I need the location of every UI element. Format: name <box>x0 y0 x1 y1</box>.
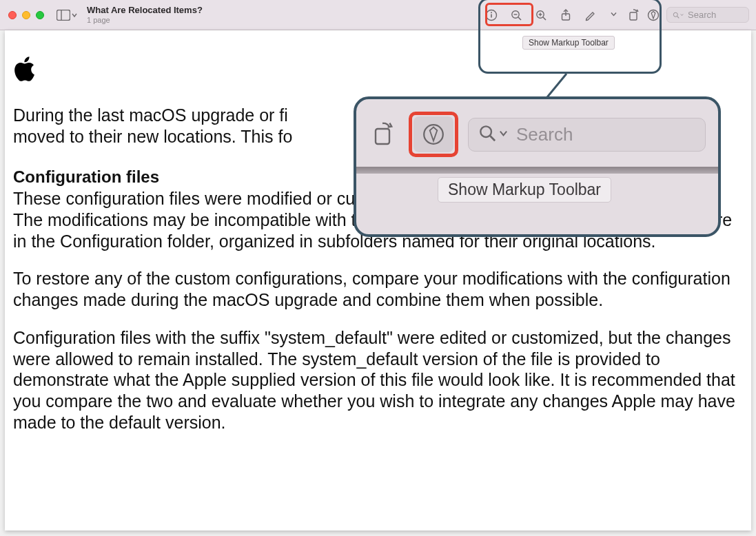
toolbar-shadow <box>356 167 718 174</box>
search-field[interactable] <box>666 7 749 23</box>
svg-line-17 <box>677 16 680 18</box>
search-input-zoom[interactable] <box>516 124 695 145</box>
chevron-down-icon[interactable] <box>609 11 618 19</box>
svg-line-6 <box>518 17 521 20</box>
markup-icon-zoom[interactable] <box>413 116 453 152</box>
svg-point-21 <box>480 126 491 137</box>
svg-line-9 <box>543 17 546 20</box>
window-minimize-button[interactable] <box>22 11 30 19</box>
chevron-down-icon-zoom <box>499 128 508 141</box>
chevron-down-icon <box>680 12 684 17</box>
svg-point-16 <box>673 12 677 17</box>
markup-tooltip-small: Show Markup Toolbar <box>522 36 615 50</box>
svg-rect-0 <box>57 10 70 20</box>
share-icon[interactable] <box>560 9 572 21</box>
annotation-highlight-zoom <box>409 112 458 157</box>
svg-line-22 <box>490 136 495 141</box>
svg-rect-14 <box>630 12 637 20</box>
highlight-icon[interactable] <box>584 9 597 21</box>
search-input[interactable] <box>688 10 743 20</box>
zoom-in-icon[interactable] <box>535 9 547 21</box>
apple-logo-icon <box>13 55 743 85</box>
search-icon <box>673 10 680 20</box>
window-toolbar: What Are Relocated Items? 1 page <box>0 0 756 30</box>
annotation-callout-zoom: Show Markup Toolbar <box>354 96 721 237</box>
sidebar-toggle-button[interactable] <box>57 10 77 21</box>
config-paragraph-3: Configuration files with the suffix "sys… <box>13 327 743 433</box>
toolbar-center-tools <box>485 9 618 21</box>
info-icon[interactable] <box>485 9 498 21</box>
document-title: What Are Relocated Items? <box>87 6 203 15</box>
document-title-block: What Are Relocated Items? 1 page <box>87 6 203 23</box>
window-zoom-button[interactable] <box>36 11 44 19</box>
zoom-out-icon[interactable] <box>510 9 522 21</box>
svg-rect-19 <box>376 129 389 144</box>
window-close-button[interactable] <box>8 11 17 19</box>
document-page-count: 1 page <box>87 16 203 24</box>
svg-rect-4 <box>491 14 492 17</box>
svg-point-3 <box>491 12 492 13</box>
config-paragraph-2: To restore any of the custom configurati… <box>13 268 743 311</box>
markup-tooltip-zoom: Show Markup Toolbar <box>438 177 611 203</box>
toolbar-right-tools <box>628 7 749 23</box>
search-field-zoom[interactable] <box>468 118 706 152</box>
rotate-icon-zoom[interactable] <box>369 119 399 150</box>
search-icon-zoom <box>478 124 496 145</box>
traffic-lights <box>8 11 44 19</box>
markup-icon[interactable] <box>647 9 660 21</box>
rotate-icon[interactable] <box>628 9 640 21</box>
